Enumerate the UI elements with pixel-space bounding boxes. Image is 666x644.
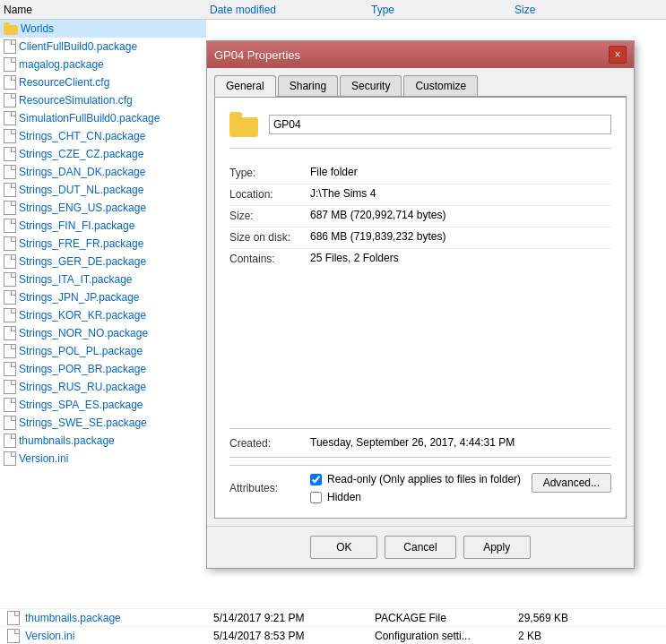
folder-icon xyxy=(4,22,18,35)
file-name: Strings_FIN_FI.package xyxy=(19,219,134,232)
file-name: ResourceClient.cfg xyxy=(19,76,109,89)
file-icon xyxy=(4,451,16,466)
file-name: thumbnails.package xyxy=(19,434,115,447)
file-name: Strings_NOR_NO.package xyxy=(19,327,148,339)
file-list: Worlds ClientFullBuild0.package magalog.… xyxy=(0,20,206,644)
hidden-checkbox[interactable] xyxy=(310,492,322,503)
prop-sizeondisk-label: Size on disk: xyxy=(229,230,310,244)
list-item[interactable]: Strings_SPA_ES.package xyxy=(0,396,206,414)
ok-button[interactable]: OK xyxy=(310,536,377,559)
file-name: SimulationFullBuild0.package xyxy=(19,112,160,125)
file-name: thumbnails.package xyxy=(25,612,213,624)
prop-location-row: Location: J:\The Sims 4 xyxy=(229,185,611,206)
list-item[interactable]: Strings_SWE_SE.package xyxy=(0,414,206,432)
list-item[interactable]: Strings_ENG_US.package xyxy=(0,199,206,217)
list-item[interactable]: Worlds xyxy=(0,20,206,38)
advanced-button[interactable]: Advanced... xyxy=(532,473,611,493)
list-item[interactable]: Strings_CZE_CZ.package xyxy=(0,145,206,163)
folder-name-input[interactable] xyxy=(269,115,611,134)
hidden-row: Hidden xyxy=(310,491,532,503)
list-item[interactable]: Strings_DUT_NL.package xyxy=(0,181,206,199)
bottom-file-rows: thumbnails.package 5/14/2017 9:21 PM PAC… xyxy=(0,608,666,644)
prop-contains-value: 25 Files, 2 Folders xyxy=(310,252,611,264)
prop-contains-label: Contains: xyxy=(229,252,310,265)
file-type: PACKAGE File xyxy=(375,612,518,624)
cancel-button[interactable]: Cancel xyxy=(385,536,455,559)
file-name: Version.ini xyxy=(19,452,68,465)
file-icon xyxy=(7,629,20,643)
close-button[interactable]: × xyxy=(609,46,627,64)
list-item[interactable]: Strings_POR_BR.package xyxy=(0,360,206,378)
file-icon xyxy=(4,344,16,358)
file-icon xyxy=(4,93,16,107)
list-item[interactable]: Strings_JPN_JP.package xyxy=(0,288,206,306)
list-item[interactable]: Strings_CHT_CN.package xyxy=(0,127,206,145)
prop-type-row: Type: File folder xyxy=(229,163,611,185)
properties-panel: Type: File folder Location: J:\The Sims … xyxy=(214,97,627,519)
tab-general[interactable]: General xyxy=(214,75,276,97)
file-name: Strings_DAN_DK.package xyxy=(19,166,145,178)
prop-type-value: File folder xyxy=(310,166,611,178)
file-icon xyxy=(4,326,16,340)
file-icon xyxy=(4,308,16,322)
list-item[interactable]: SimulationFullBuild0.package xyxy=(0,109,206,127)
list-item[interactable]: Strings_DAN_DK.package xyxy=(0,163,206,181)
list-item[interactable]: Strings_FIN_FI.package xyxy=(0,217,206,235)
file-name: Strings_JPN_JP.package xyxy=(19,291,140,304)
list-item[interactable]: Strings_FRE_FR.package xyxy=(0,235,206,253)
prop-sizeondisk-row: Size on disk: 686 MB (719,839,232 bytes) xyxy=(229,228,611,249)
col-size-header: Size xyxy=(515,4,535,16)
col-type-header: Type xyxy=(371,4,515,16)
file-size: 2 KB xyxy=(518,630,541,642)
prop-size-label: Size: xyxy=(229,209,310,222)
file-name: Strings_CZE_CZ.package xyxy=(19,148,143,160)
list-item[interactable]: Strings_RUS_RU.package xyxy=(0,378,206,396)
file-icon xyxy=(4,254,16,269)
readonly-checkbox[interactable] xyxy=(310,474,322,485)
check-col: Read-only (Only applies to files in fold… xyxy=(310,473,532,503)
file-name: Strings_GER_DE.package xyxy=(19,255,146,268)
tab-customize[interactable]: Customize xyxy=(403,75,478,96)
file-name: Strings_POR_BR.package xyxy=(19,363,146,375)
apply-button[interactable]: Apply xyxy=(463,536,531,559)
dialog-buttons: OK Cancel Apply xyxy=(207,526,634,568)
file-icon xyxy=(4,129,16,143)
dialog-content: General Sharing Security Customize Type:… xyxy=(207,68,634,526)
list-item[interactable]: thumbnails.package xyxy=(0,432,206,450)
col-name-header: Name xyxy=(4,4,210,16)
hidden-label: Hidden xyxy=(327,491,361,503)
file-name: Strings_KOR_KR.package xyxy=(19,309,146,322)
prop-created-value: Tuesday, September 26, 2017, 4:44:31 PM xyxy=(310,436,611,449)
list-item[interactable]: Strings_NOR_NO.package xyxy=(0,324,206,342)
file-icon xyxy=(4,201,16,215)
file-icon xyxy=(4,147,16,161)
file-date: 5/14/2017 9:21 PM xyxy=(213,612,375,624)
table-row[interactable]: Version.ini 5/14/2017 8:53 PM Configurat… xyxy=(0,626,666,644)
list-item[interactable]: Strings_ITA_IT.package xyxy=(0,270,206,288)
file-icon xyxy=(4,219,16,233)
file-name: Strings_FRE_FR.package xyxy=(19,237,143,250)
file-icon xyxy=(4,272,16,287)
list-item[interactable]: ClientFullBuild0.package xyxy=(0,38,206,56)
prop-size-row: Size: 687 MB (720,992,714 bytes) xyxy=(229,206,611,228)
list-item[interactable]: magalog.package xyxy=(0,56,206,73)
dialog-title: GP04 Properties xyxy=(214,48,300,62)
file-name: Strings_POL_PL.package xyxy=(19,345,143,357)
file-name: Version.ini xyxy=(25,630,213,642)
list-item[interactable]: Strings_KOR_KR.package xyxy=(0,306,206,324)
file-icon xyxy=(4,39,16,54)
list-item[interactable]: Version.ini xyxy=(0,450,206,468)
list-item[interactable]: ResourceClient.cfg xyxy=(0,73,206,91)
list-item[interactable]: Strings_POL_PL.package xyxy=(0,342,206,360)
tab-security[interactable]: Security xyxy=(340,75,402,96)
attributes-section: Attributes: Read-only (Only applies to f… xyxy=(229,465,611,503)
file-name: Strings_ITA_IT.package xyxy=(19,273,133,286)
list-item[interactable]: Strings_GER_DE.package xyxy=(0,253,206,270)
list-item[interactable]: ResourceSimulation.cfg xyxy=(0,91,206,109)
explorer-window: Name Date modified Type Size Worlds Clie… xyxy=(0,0,666,644)
prop-location-label: Location: xyxy=(229,187,310,201)
file-icon xyxy=(4,165,16,179)
file-name: Strings_RUS_RU.package xyxy=(19,381,146,393)
tab-sharing[interactable]: Sharing xyxy=(278,75,338,96)
table-row[interactable]: thumbnails.package 5/14/2017 9:21 PM PAC… xyxy=(0,608,666,626)
